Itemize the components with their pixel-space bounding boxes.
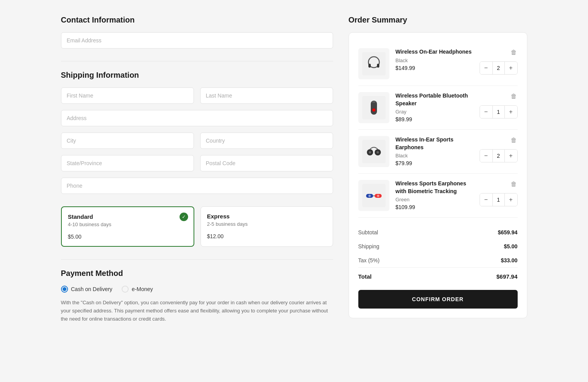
item-1-qty-value: 2	[492, 62, 505, 74]
item-1-name: Wireless On-Ear Headphones	[396, 48, 473, 56]
delivery-options: Standard 4-10 business days $5.00 ✓ Expr…	[61, 206, 333, 247]
item-2-name: Wireless Portable Bluetooth Speaker	[396, 92, 473, 107]
item-4-delete-button[interactable]: 🗑	[510, 180, 518, 188]
grand-total-label: Total	[358, 273, 372, 280]
item-4-actions: 🗑 − 1 +	[480, 180, 518, 206]
order-summary-title: Order Summary	[349, 16, 527, 24]
standard-option-price: $5.00	[68, 234, 187, 240]
contact-title: Contact Information	[61, 16, 333, 24]
item-3-name: Wireless In-Ear Sports Earphones	[396, 136, 473, 151]
cod-radio[interactable]	[61, 286, 68, 293]
item-3-quantity-control: − 2 +	[480, 149, 518, 162]
item-4-image	[358, 180, 389, 211]
subtotal-value: $659.94	[498, 229, 518, 235]
express-delivery-option[interactable]: Express 2-5 business days $12.00	[201, 206, 333, 247]
svg-point-12	[377, 151, 379, 153]
order-item-2: Wireless Portable Bluetooth Speaker Gray…	[358, 86, 518, 130]
svg-rect-3	[377, 64, 379, 68]
emoney-radio[interactable]	[122, 286, 129, 293]
svg-point-6	[372, 108, 375, 112]
emoney-label: e-Money	[132, 286, 153, 292]
cod-option[interactable]: Cash on Delivery	[61, 286, 113, 293]
item-4-details: Wireless Sports Earphones with Biometric…	[396, 180, 473, 210]
state-input[interactable]	[61, 155, 194, 171]
svg-rect-7	[372, 101, 375, 103]
item-4-color: Green	[396, 197, 473, 202]
item-2-details: Wireless Portable Bluetooth Speaker Gray…	[396, 92, 473, 122]
item-2-qty-value: 1	[492, 106, 505, 118]
payment-title: Payment Method	[61, 269, 333, 278]
item-2-qty-decrease[interactable]: −	[480, 106, 492, 118]
item-1-delete-button[interactable]: 🗑	[510, 48, 518, 57]
item-2-image	[358, 92, 389, 123]
email-input[interactable]	[61, 32, 333, 49]
city-input[interactable]	[61, 133, 194, 149]
standard-check-icon: ✓	[180, 213, 188, 221]
svg-rect-8	[362, 140, 386, 163]
item-2-actions: 🗑 − 1 +	[480, 92, 518, 119]
country-input[interactable]	[200, 133, 333, 149]
item-3-image	[358, 136, 389, 167]
express-option-price: $12.00	[207, 233, 326, 239]
shipping-row: Shipping $5.00	[358, 239, 518, 253]
item-3-qty-value: 2	[492, 150, 505, 162]
item-3-details: Wireless In-Ear Sports Earphones Black $…	[396, 136, 473, 166]
shipping-label: Shipping	[358, 243, 380, 249]
form-divider-2	[61, 259, 333, 260]
item-1-details: Wireless On-Ear Headphones Black $149.99	[396, 48, 473, 71]
item-2-price: $89.99	[396, 116, 473, 122]
postal-input[interactable]	[200, 155, 333, 171]
item-1-quantity-control: − 2 +	[480, 61, 518, 75]
svg-rect-2	[368, 64, 371, 68]
order-item-1: Wireless On-Ear Headphones Black $149.99…	[358, 42, 518, 86]
item-1-price: $149.99	[396, 65, 473, 71]
svg-rect-13	[362, 184, 386, 207]
payment-options: Cash on Delivery e-Money	[61, 286, 333, 293]
order-card: Wireless On-Ear Headphones Black $149.99…	[349, 32, 527, 318]
item-3-qty-increase[interactable]: +	[505, 150, 517, 162]
item-1-qty-increase[interactable]: +	[505, 62, 517, 74]
order-item-3: Wireless In-Ear Sports Earphones Black $…	[358, 130, 518, 174]
form-divider-1	[61, 61, 333, 61]
address-input[interactable]	[61, 110, 333, 126]
item-4-qty-increase[interactable]: +	[505, 194, 517, 206]
payment-description: With the "Cash on Delivery" option, you …	[61, 299, 333, 323]
emoney-option[interactable]: e-Money	[122, 286, 153, 293]
item-1-color: Black	[396, 58, 473, 63]
standard-delivery-option[interactable]: Standard 4-10 business days $5.00 ✓	[61, 206, 194, 247]
item-4-qty-decrease[interactable]: −	[480, 194, 492, 206]
subtotal-label: Subtotal	[358, 229, 378, 235]
item-4-price: $109.99	[396, 204, 473, 210]
shipping-value: $5.00	[504, 243, 517, 249]
last-name-input[interactable]	[200, 87, 333, 104]
order-totals: Subtotal $659.94 Shipping $5.00 Tax (5%)…	[358, 218, 518, 309]
first-name-input[interactable]	[61, 87, 194, 104]
item-4-quantity-control: − 1 +	[480, 193, 518, 206]
item-3-color: Black	[396, 153, 473, 159]
item-3-qty-decrease[interactable]: −	[480, 150, 492, 162]
item-1-actions: 🗑 − 2 +	[480, 48, 518, 75]
phone-input[interactable]	[61, 178, 333, 194]
svg-rect-5	[371, 101, 377, 115]
item-2-delete-button[interactable]: 🗑	[510, 92, 518, 101]
order-item-4: Wireless Sports Earphones with Biometric…	[358, 174, 518, 218]
svg-point-16	[368, 195, 371, 197]
item-3-actions: 🗑 − 2 +	[480, 136, 518, 162]
shipping-title: Shipping Information	[61, 71, 333, 80]
item-2-color: Gray	[396, 109, 473, 115]
svg-point-17	[377, 195, 379, 197]
express-option-days: 2-5 business days	[207, 221, 326, 227]
item-1-image	[358, 48, 389, 79]
grand-total-value: $697.94	[496, 273, 517, 280]
item-1-qty-decrease[interactable]: −	[480, 62, 492, 74]
tax-row: Tax (5%) $33.00	[358, 253, 518, 267]
cod-radio-inner	[63, 287, 66, 291]
item-3-price: $79.99	[396, 160, 473, 166]
item-4-name: Wireless Sports Earphones with Biometric…	[396, 180, 473, 195]
confirm-order-button[interactable]: CONFIRM ORDER	[358, 290, 518, 309]
cod-label: Cash on Delivery	[71, 286, 113, 292]
item-3-delete-button[interactable]: 🗑	[510, 136, 518, 145]
item-2-qty-increase[interactable]: +	[505, 106, 517, 118]
item-4-qty-value: 1	[492, 194, 505, 206]
svg-rect-0	[362, 52, 386, 75]
